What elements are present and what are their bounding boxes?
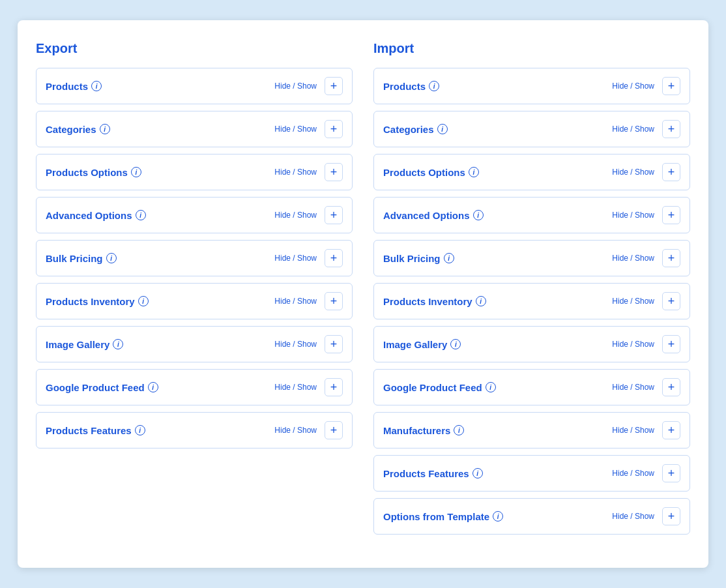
info-icon[interactable]: i — [486, 382, 496, 392]
list-item: Products Options iHide / Show+ — [373, 154, 690, 190]
list-item: Products Options iHide / Show+ — [36, 154, 353, 190]
list-item: Manufacturers iHide / Show+ — [373, 412, 690, 448]
export-column: Export Products iHide / Show+Categories … — [36, 41, 353, 541]
plus-button[interactable]: + — [662, 421, 680, 439]
info-icon[interactable]: i — [91, 81, 102, 91]
hide-show-button[interactable]: Hide / Show — [274, 81, 317, 91]
plus-button[interactable]: + — [662, 249, 680, 267]
item-label: Bulk Pricing i — [46, 253, 274, 264]
item-label: Google Product Feed i — [46, 382, 274, 393]
plus-button[interactable]: + — [325, 163, 343, 181]
item-label: Bulk Pricing i — [383, 253, 612, 264]
hide-show-button[interactable]: Hide / Show — [612, 512, 654, 521]
hide-show-button[interactable]: Hide / Show — [612, 81, 654, 91]
item-label: Categories i — [383, 124, 612, 135]
info-icon[interactable]: i — [113, 339, 123, 349]
import-title: Import — [373, 41, 690, 56]
plus-button[interactable]: + — [662, 464, 680, 482]
info-icon[interactable]: i — [429, 81, 439, 91]
info-icon[interactable]: i — [493, 511, 503, 522]
list-item: Advanced Options iHide / Show+ — [373, 197, 690, 233]
info-icon[interactable]: i — [106, 253, 117, 263]
hide-show-button[interactable]: Hide / Show — [274, 168, 317, 177]
info-icon[interactable]: i — [476, 296, 486, 306]
list-item: Bulk Pricing iHide / Show+ — [373, 240, 690, 276]
item-label: Advanced Options i — [46, 210, 274, 221]
plus-button[interactable]: + — [662, 120, 680, 138]
list-item: Products Inventory iHide / Show+ — [373, 283, 690, 319]
list-item: Products Inventory iHide / Show+ — [36, 283, 353, 319]
info-icon[interactable]: i — [131, 167, 141, 177]
info-icon[interactable]: i — [469, 167, 479, 177]
item-label: Options from Template i — [383, 511, 612, 522]
info-icon[interactable]: i — [136, 210, 146, 220]
plus-button[interactable]: + — [325, 120, 343, 138]
hide-show-button[interactable]: Hide / Show — [274, 297, 317, 306]
item-label: Products i — [383, 81, 612, 92]
hide-show-button[interactable]: Hide / Show — [274, 383, 317, 392]
hide-show-button[interactable]: Hide / Show — [274, 125, 317, 134]
list-item: Products Features iHide / Show+ — [36, 412, 353, 448]
list-item: Bulk Pricing iHide / Show+ — [36, 240, 353, 276]
list-item: Products iHide / Show+ — [373, 68, 690, 104]
item-label: Products Inventory i — [46, 296, 274, 307]
item-label: Products Inventory i — [383, 296, 612, 307]
info-icon[interactable]: i — [473, 210, 484, 220]
hide-show-button[interactable]: Hide / Show — [274, 254, 317, 263]
plus-button[interactable]: + — [325, 292, 343, 310]
hide-show-button[interactable]: Hide / Show — [274, 426, 317, 435]
item-label: Manufacturers i — [383, 425, 612, 436]
info-icon[interactable]: i — [454, 425, 464, 435]
main-container: Export Products iHide / Show+Categories … — [18, 20, 708, 568]
hide-show-button[interactable]: Hide / Show — [612, 168, 654, 177]
item-label: Advanced Options i — [383, 210, 612, 221]
plus-button[interactable]: + — [325, 421, 343, 439]
import-list: Products iHide / Show+Categories iHide /… — [373, 68, 690, 535]
item-label: Products i — [46, 81, 274, 92]
plus-button[interactable]: + — [662, 77, 680, 95]
info-icon[interactable]: i — [472, 468, 483, 478]
list-item: Categories iHide / Show+ — [36, 111, 353, 147]
plus-button[interactable]: + — [325, 206, 343, 224]
info-icon[interactable]: i — [148, 382, 158, 392]
item-label: Products Features i — [46, 425, 274, 436]
list-item: Google Product Feed iHide / Show+ — [373, 369, 690, 405]
list-item: Image Gallery iHide / Show+ — [36, 326, 353, 362]
two-column-layout: Export Products iHide / Show+Categories … — [36, 41, 690, 541]
hide-show-button[interactable]: Hide / Show — [612, 426, 654, 435]
export-list: Products iHide / Show+Categories iHide /… — [36, 68, 353, 448]
hide-show-button[interactable]: Hide / Show — [612, 297, 654, 306]
plus-button[interactable]: + — [662, 507, 680, 525]
item-label: Google Product Feed i — [383, 382, 612, 393]
plus-button[interactable]: + — [325, 77, 343, 95]
info-icon[interactable]: i — [100, 124, 110, 134]
plus-button[interactable]: + — [662, 292, 680, 310]
item-label: Products Features i — [383, 468, 612, 479]
hide-show-button[interactable]: Hide / Show — [612, 125, 654, 134]
list-item: Image Gallery iHide / Show+ — [373, 326, 690, 362]
info-icon[interactable]: i — [450, 339, 461, 349]
plus-button[interactable]: + — [662, 335, 680, 353]
plus-button[interactable]: + — [662, 378, 680, 396]
info-icon[interactable]: i — [135, 425, 145, 435]
list-item: Google Product Feed iHide / Show+ — [36, 369, 353, 405]
plus-button[interactable]: + — [662, 163, 680, 181]
hide-show-button[interactable]: Hide / Show — [274, 340, 317, 349]
hide-show-button[interactable]: Hide / Show — [612, 211, 654, 220]
list-item: Products iHide / Show+ — [36, 68, 353, 104]
plus-button[interactable]: + — [325, 249, 343, 267]
plus-button[interactable]: + — [325, 378, 343, 396]
plus-button[interactable]: + — [662, 206, 680, 224]
hide-show-button[interactable]: Hide / Show — [612, 383, 654, 392]
info-icon[interactable]: i — [444, 253, 454, 263]
item-label: Image Gallery i — [46, 339, 274, 350]
hide-show-button[interactable]: Hide / Show — [612, 340, 654, 349]
hide-show-button[interactable]: Hide / Show — [612, 254, 654, 263]
info-icon[interactable]: i — [138, 296, 149, 306]
import-column: Import Products iHide / Show+Categories … — [373, 41, 690, 541]
plus-button[interactable]: + — [325, 335, 343, 353]
info-icon[interactable]: i — [437, 124, 448, 134]
list-item: Categories iHide / Show+ — [373, 111, 690, 147]
hide-show-button[interactable]: Hide / Show — [612, 469, 654, 478]
hide-show-button[interactable]: Hide / Show — [274, 211, 317, 220]
